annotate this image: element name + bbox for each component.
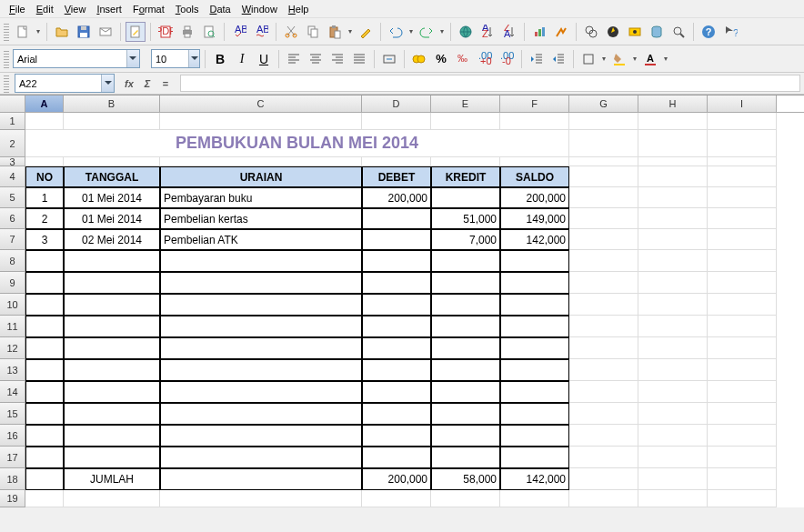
cell[interactable] <box>708 316 777 337</box>
cell-empty[interactable] <box>25 425 64 447</box>
pdf-button[interactable]: PDF <box>156 22 176 42</box>
cell-empty[interactable] <box>431 337 500 359</box>
cell-empty[interactable] <box>431 272 500 294</box>
row-header-14[interactable]: 14 <box>0 381 25 403</box>
cell-no[interactable]: 3 <box>25 229 64 250</box>
cell[interactable] <box>64 113 160 130</box>
cell[interactable] <box>638 425 708 447</box>
fontcolor-dropdown[interactable]: ▾ <box>662 55 669 63</box>
col-header-A[interactable]: A <box>25 95 64 112</box>
align-right-button[interactable] <box>327 49 347 69</box>
cell-jumlah-saldo[interactable]: 142,000 <box>500 468 569 490</box>
cell[interactable] <box>64 490 160 507</box>
cell[interactable] <box>708 208 777 229</box>
header-debet[interactable]: DEBET <box>362 166 431 187</box>
row-header-10[interactable]: 10 <box>0 294 25 316</box>
undo-button[interactable] <box>386 22 406 42</box>
dropdown-arrow-icon[interactable] <box>188 50 199 67</box>
font-name-combo[interactable] <box>13 49 140 68</box>
cell-empty[interactable] <box>160 316 362 337</box>
cell[interactable] <box>708 157 777 166</box>
menu-format[interactable]: Format <box>127 2 170 16</box>
row-header-6[interactable]: 6 <box>0 208 25 229</box>
cell-debet[interactable]: 200,000 <box>362 187 431 208</box>
cell-empty[interactable] <box>500 337 569 359</box>
row-header-7[interactable]: 7 <box>0 229 25 250</box>
menu-edit[interactable]: Edit <box>31 2 59 16</box>
cell-kredit[interactable] <box>431 187 500 208</box>
cell-empty[interactable] <box>500 403 569 425</box>
name-box-input[interactable] <box>15 75 101 92</box>
fx-wizard-button[interactable]: fx <box>122 76 136 91</box>
menu-file[interactable]: File <box>4 2 31 16</box>
cell[interactable] <box>569 272 638 294</box>
cell[interactable] <box>638 447 708 468</box>
email-button[interactable] <box>95 22 116 42</box>
cell[interactable] <box>638 294 708 316</box>
fontcolor-button[interactable]: A <box>640 49 660 69</box>
cell-empty[interactable] <box>64 381 160 403</box>
currency-button[interactable] <box>409 49 429 69</box>
cell[interactable] <box>638 272 708 294</box>
save-button[interactable] <box>74 22 94 42</box>
cell[interactable] <box>708 229 777 250</box>
row-header-18[interactable]: 18 <box>0 468 25 490</box>
bold-button[interactable]: B <box>210 49 230 69</box>
font-name-input[interactable] <box>14 50 126 67</box>
cell-empty[interactable] <box>64 294 160 316</box>
cell-empty[interactable] <box>160 272 362 294</box>
cell[interactable] <box>638 157 708 166</box>
cell[interactable] <box>638 403 708 425</box>
sort-desc-button[interactable]: ZA <box>499 22 519 42</box>
cell[interactable] <box>708 272 777 294</box>
align-left-button[interactable] <box>284 49 304 69</box>
cell[interactable] <box>25 490 64 507</box>
cell[interactable] <box>569 425 638 447</box>
cell-empty[interactable] <box>25 381 64 403</box>
find-button[interactable] <box>581 22 601 42</box>
cell[interactable] <box>569 250 638 272</box>
cell-empty[interactable] <box>362 272 431 294</box>
gallery-button[interactable] <box>625 22 645 42</box>
cell[interactable] <box>708 403 777 425</box>
zoom-button[interactable] <box>668 22 688 42</box>
cell-empty[interactable] <box>160 359 362 381</box>
cell[interactable] <box>569 316 638 337</box>
cell-debet[interactable] <box>362 208 431 229</box>
cell-empty[interactable] <box>64 447 160 468</box>
cell[interactable] <box>500 157 569 166</box>
cell-uraian[interactable]: Pembayaran buku <box>160 187 362 208</box>
cell-empty[interactable] <box>64 425 160 447</box>
equals-button[interactable]: = <box>158 76 173 91</box>
show-draw-button[interactable] <box>551 22 571 42</box>
cell-empty[interactable] <box>500 294 569 316</box>
standard-format-button[interactable]: ‰ <box>453 49 473 69</box>
menu-view[interactable]: View <box>59 2 92 16</box>
menu-window[interactable]: Window <box>236 2 283 16</box>
row-header-9[interactable]: 9 <box>0 272 25 294</box>
row-header-8[interactable]: 8 <box>0 250 25 272</box>
cell-empty[interactable] <box>431 425 500 447</box>
cell-empty[interactable] <box>362 447 431 468</box>
cell-empty[interactable] <box>362 316 431 337</box>
cell[interactable] <box>708 294 777 316</box>
cell[interactable] <box>708 359 777 381</box>
cell[interactable] <box>708 425 777 447</box>
cell-empty[interactable] <box>500 359 569 381</box>
cell[interactable] <box>569 403 638 425</box>
decrease-indent-button[interactable] <box>527 49 547 69</box>
increase-indent-button[interactable] <box>548 49 568 69</box>
cell-empty[interactable] <box>500 425 569 447</box>
header-saldo[interactable]: SALDO <box>500 166 569 187</box>
col-header-I[interactable]: I <box>708 95 777 112</box>
dropdown-arrow-icon[interactable] <box>101 75 114 92</box>
cell-empty[interactable] <box>160 468 362 490</box>
cell[interactable] <box>569 381 638 403</box>
font-size-combo[interactable] <box>151 49 200 68</box>
cell[interactable] <box>64 157 160 166</box>
row-header-4[interactable]: 4 <box>0 166 25 187</box>
cell[interactable] <box>362 490 431 507</box>
cell[interactable] <box>569 490 638 507</box>
whatsthis-button[interactable]: ? <box>720 22 740 42</box>
cell[interactable] <box>362 157 431 166</box>
